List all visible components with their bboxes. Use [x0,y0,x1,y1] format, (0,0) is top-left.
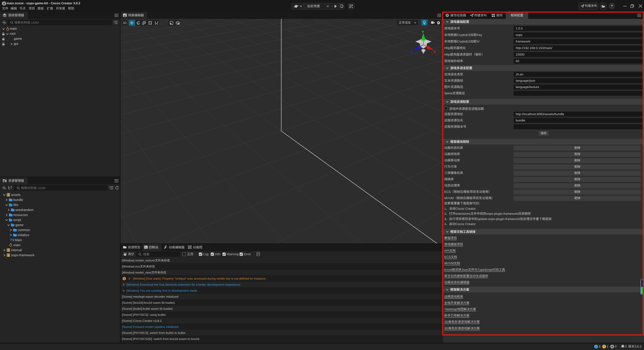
svg-text:?: ? [611,4,613,8]
